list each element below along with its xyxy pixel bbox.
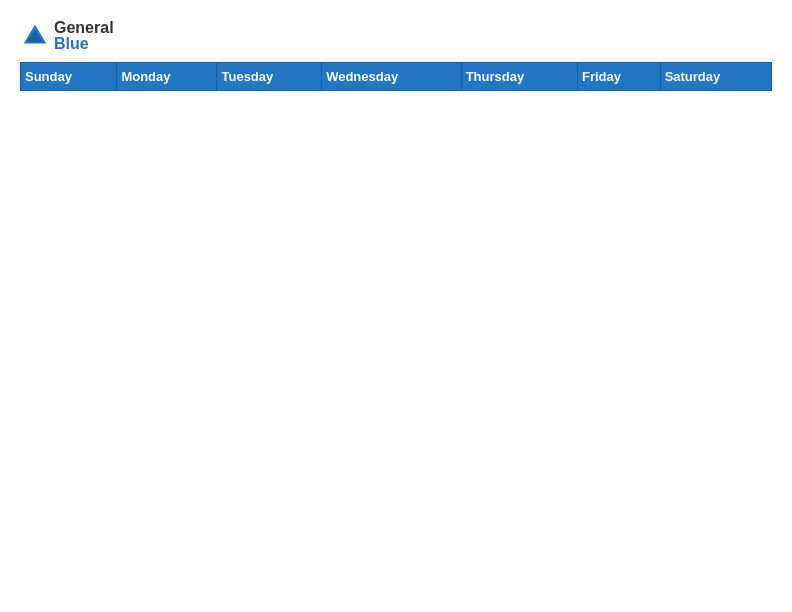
logo: General Blue (20, 20, 114, 52)
weekday-header: Sunday (21, 63, 117, 91)
logo-icon (20, 21, 50, 51)
calendar-table: SundayMondayTuesdayWednesdayThursdayFrid… (20, 62, 772, 91)
page-header: General Blue (20, 20, 772, 52)
weekday-header: Tuesday (217, 63, 322, 91)
weekday-header: Wednesday (322, 63, 462, 91)
weekday-header: Monday (117, 63, 217, 91)
weekday-header: Friday (577, 63, 660, 91)
logo-general: General (54, 20, 114, 36)
weekday-header: Saturday (660, 63, 771, 91)
calendar-header-row: SundayMondayTuesdayWednesdayThursdayFrid… (21, 63, 772, 91)
weekday-header: Thursday (461, 63, 577, 91)
logo-blue: Blue (54, 36, 114, 52)
